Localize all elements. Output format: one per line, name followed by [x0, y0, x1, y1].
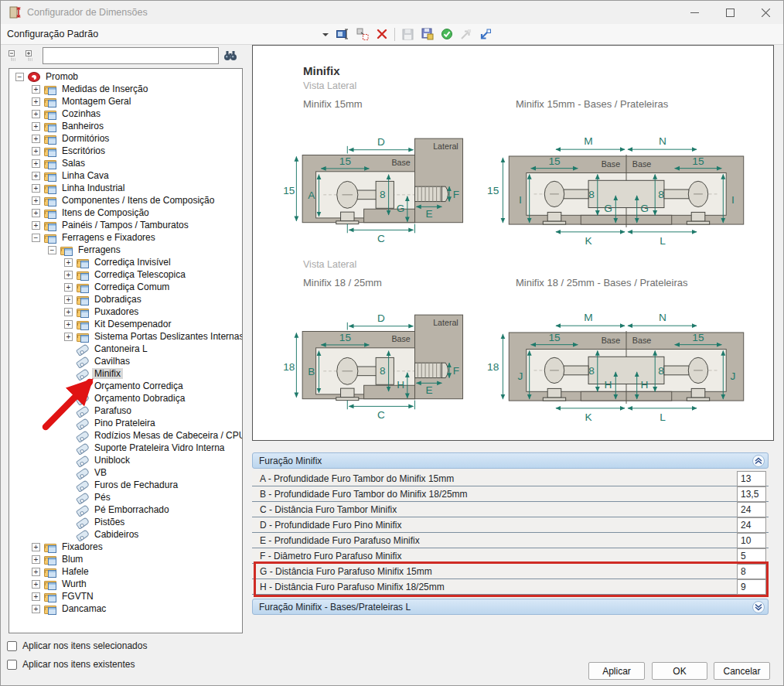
apply-button[interactable]: Aplicar — [588, 662, 645, 680]
tree-expander[interactable]: + — [32, 110, 40, 118]
dimension-value-field[interactable]: 8 — [737, 564, 766, 579]
tree-expander[interactable]: + — [32, 543, 40, 551]
tree-expander[interactable]: − — [48, 246, 56, 254]
tree-expander[interactable]: + — [32, 184, 40, 193]
tree-item[interactable]: Cabideiros — [9, 528, 242, 541]
tree-expander[interactable]: + — [32, 147, 40, 155]
tree-item[interactable]: +Componentes / Itens de Composição — [9, 194, 242, 206]
tree-expander[interactable]: + — [64, 320, 73, 329]
tree-expander[interactable]: − — [32, 234, 40, 242]
tree-item[interactable]: +Dormitórios — [9, 132, 242, 145]
tree-expander[interactable]: + — [32, 172, 40, 180]
tree-item[interactable]: +Hafele — [9, 565, 242, 578]
tree-expander[interactable]: + — [32, 196, 40, 205]
tree-item[interactable]: +Dobradiças — [9, 293, 242, 305]
dimension-value-field[interactable]: 13 — [737, 471, 766, 486]
tree-expander[interactable]: + — [64, 271, 73, 279]
tree-item[interactable]: +Banheiros — [9, 120, 242, 132]
close-button[interactable] — [748, 1, 783, 24]
ok-button[interactable]: OK — [652, 662, 707, 680]
expand-all-button[interactable] — [22, 47, 39, 64]
tree-item[interactable]: Orçamento Dobradiça — [9, 392, 242, 404]
tree-expander[interactable]: + — [64, 308, 73, 316]
dimension-value-field[interactable]: 13,5 — [737, 486, 766, 502]
maximize-button[interactable] — [712, 1, 748, 24]
tree-item[interactable]: Pé Emborrachado — [9, 503, 242, 516]
section-header-furacao-minifix-bases[interactable]: Furação Minifix - Bases/Prateleiras L — [252, 599, 769, 615]
dimension-value-field[interactable]: 24 — [737, 517, 766, 533]
tree-expander[interactable]: + — [32, 592, 40, 601]
dimension-value-field[interactable]: 9 — [737, 579, 766, 595]
apply-existing-checkbox[interactable] — [7, 660, 17, 670]
collapse-section-button[interactable] — [752, 455, 765, 467]
tree-expander[interactable]: + — [32, 122, 40, 131]
tree-item[interactable]: +Itens de Composição — [9, 206, 242, 219]
delete-config-button[interactable] — [373, 26, 390, 43]
search-input[interactable] — [43, 47, 219, 64]
apply-config-button[interactable] — [438, 26, 455, 43]
tree-expander[interactable]: + — [32, 555, 40, 564]
tree-item[interactable]: +Medidas de Inserção — [9, 83, 242, 95]
tree-item[interactable]: +Puxadores — [9, 305, 242, 318]
tree-item[interactable]: −Ferragens e Fixadores — [9, 231, 242, 244]
cancel-button[interactable]: Cancelar — [714, 662, 770, 680]
tree-expander[interactable]: + — [32, 209, 40, 217]
tree-item[interactable]: Rodízios Mesas de Cabeceira / CPU — [9, 429, 242, 442]
tree-item[interactable]: +Painéis / Tampos / Tamburatos — [9, 219, 242, 231]
minimize-button[interactable] — [677, 1, 712, 24]
save-button[interactable] — [399, 26, 417, 43]
tree-item[interactable]: VB — [9, 466, 242, 479]
tree-expander[interactable]: + — [32, 135, 40, 143]
apply-selected-checkbox[interactable] — [7, 641, 17, 651]
tree-expander[interactable]: + — [32, 159, 40, 168]
dimension-value-field[interactable]: 24 — [737, 502, 766, 517]
link-button[interactable] — [457, 26, 475, 43]
tree-item[interactable]: Minifix — [9, 367, 242, 380]
tree-item[interactable]: −Promob — [9, 70, 242, 83]
tree-item[interactable]: −Ferragens — [9, 244, 242, 256]
tree-expander[interactable]: + — [32, 221, 40, 230]
tree-item[interactable]: Orçamento Corrediça — [9, 380, 242, 392]
tree-expander[interactable]: + — [32, 605, 40, 613]
dimension-value-field[interactable]: 5 — [737, 548, 766, 564]
tree-item[interactable]: +Wurth — [9, 578, 242, 590]
tree-item[interactable]: Cavilhas — [9, 355, 242, 367]
tree-item[interactable]: Pés — [9, 491, 242, 503]
import-config-button[interactable] — [476, 26, 494, 43]
tree-item[interactable]: Furos de Fechadura — [9, 479, 242, 491]
rename-config-button[interactable] — [334, 26, 352, 43]
tree-item[interactable]: Pistões — [9, 516, 242, 528]
tree-item[interactable]: +FGVTN — [9, 590, 242, 602]
tree-item[interactable]: Parafuso — [9, 404, 242, 417]
tree-expander[interactable]: + — [32, 85, 40, 94]
tree-expander[interactable]: − — [15, 73, 24, 81]
expand-section-button[interactable] — [752, 601, 765, 613]
tree-item[interactable]: Suporte Prateleira Vidro Interna — [9, 442, 242, 454]
tree-item[interactable]: +Corrediça Comum — [9, 281, 242, 293]
tree-expander[interactable]: + — [64, 333, 73, 341]
tree-item[interactable]: Pino Prateleira — [9, 417, 242, 429]
dimension-value-field[interactable]: 10 — [737, 533, 766, 548]
tree-item[interactable]: +Linha Industrial — [9, 182, 242, 194]
tree-item[interactable]: +Kit Desempenador — [9, 318, 242, 330]
tree-expander[interactable]: + — [64, 295, 73, 304]
tree-item[interactable]: +Cozinhas — [9, 108, 242, 120]
section-header-furacao-minifix[interactable]: Furação Minifix — [252, 452, 769, 469]
export-config-button[interactable] — [418, 26, 436, 43]
tree-expander[interactable]: + — [64, 258, 73, 267]
tree-item[interactable]: +Montagem Geral — [9, 95, 242, 108]
tree-item[interactable]: Uniblock — [9, 454, 242, 466]
tree-item[interactable]: +Dancamac — [9, 602, 242, 615]
tree-item[interactable]: +Corrediça Invisível — [9, 256, 242, 268]
tree-expander[interactable]: + — [32, 97, 40, 106]
collapse-all-button[interactable] — [5, 47, 22, 64]
tree-expander[interactable]: + — [32, 580, 40, 589]
tree-item[interactable]: +Escritórios — [9, 145, 242, 157]
tree-item[interactable]: +Sistema Portas Deslizantes Internas — [9, 330, 242, 343]
configuration-combobox[interactable]: Configuração Padrão — [1, 25, 333, 44]
tree-item[interactable]: Cantoneira L — [9, 343, 242, 355]
tree-expander[interactable]: + — [32, 568, 40, 576]
tree-item[interactable]: +Blum — [9, 553, 242, 565]
search-button[interactable] — [222, 47, 239, 64]
tree-item[interactable]: +Salas — [9, 157, 242, 169]
